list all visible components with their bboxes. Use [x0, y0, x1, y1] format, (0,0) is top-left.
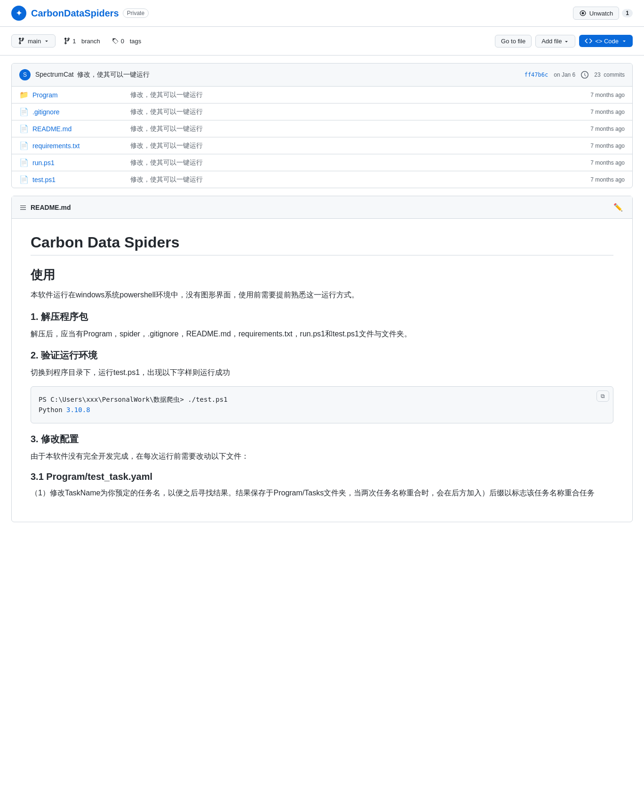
branch-count-link[interactable]: 1 branch: [59, 35, 104, 47]
commit-author-avatar: S: [19, 69, 31, 80]
branch-icon: [17, 37, 25, 45]
list-icon: [19, 204, 27, 211]
branch-label: branch: [81, 38, 100, 45]
readme-edit-button[interactable]: ✏️: [612, 201, 625, 214]
readme-filename: README.md: [31, 204, 71, 211]
file-commit-msg: 修改，使其可以一键运行: [130, 91, 587, 99]
eye-icon: [579, 9, 587, 17]
file-time: 7 months ago: [590, 159, 625, 166]
commit-meta: ff47b6c on Jan 6 23 commits: [525, 71, 625, 79]
file-row-gitignore: 📄 .gitignore 修改，使其可以一键运行 7 months ago: [12, 103, 632, 120]
file-icon: 📄: [19, 124, 29, 133]
readme-p3: 由于本软件没有完全开发完成，在每次运行前需要改动以下文件：: [31, 450, 613, 462]
repo-toolbar: main 1 branch 0 tags Go to file Add file…: [0, 27, 644, 56]
file-name-link[interactable]: Program: [32, 91, 127, 99]
file-name-link[interactable]: run.ps1: [32, 159, 127, 167]
code-line-1: PS C:\Users\xxx\PersonalWork\数据爬虫> ./tes…: [39, 394, 605, 405]
add-file-button[interactable]: Add file: [535, 35, 575, 48]
repo-name-link[interactable]: CarbonDataSpiders: [31, 8, 119, 19]
code-block: ⧉ PS C:\Users\xxx\PersonalWork\数据爬虫> ./t…: [31, 386, 613, 423]
watch-count: 1: [622, 9, 633, 17]
unwatch-button[interactable]: Unwatch: [573, 7, 620, 20]
readme-h1: Carbon Data Spiders: [31, 234, 613, 255]
readme-intro: 本软件运行在windows系统powershell环境中，没有图形界面，使用前需…: [31, 289, 613, 301]
file-commit-msg: 修改，使其可以一键运行: [130, 108, 587, 116]
file-icon: 📄: [19, 141, 29, 150]
code-python-prefix: Python: [39, 406, 66, 414]
dropdown-arrow-icon: [564, 39, 569, 44]
copy-code-button[interactable]: ⧉: [596, 390, 609, 402]
readme-p1: 解压后，应当有Program，spider，.gitignore，README.…: [31, 328, 613, 340]
file-time: 7 months ago: [590, 126, 625, 132]
file-name-link[interactable]: .gitignore: [32, 108, 127, 116]
file-row-program: 📁 Program 修改，使其可以一键运行 7 months ago: [12, 87, 632, 103]
clock-icon: [581, 71, 588, 79]
commit-message-text: 修改，使其可以一键运行: [77, 71, 150, 78]
branch-count: 1: [72, 38, 76, 45]
commit-row: S SpectrumCat 修改，使其可以一键运行 ff47b6c on Jan…: [12, 64, 632, 87]
code-chevron-icon: [621, 38, 627, 44]
commit-hash[interactable]: ff47b6c: [525, 72, 549, 78]
commit-date: on Jan 6: [554, 72, 575, 78]
commit-author: SpectrumCat: [35, 71, 74, 78]
file-row-requirements: 📄 requirements.txt 修改，使其可以一键运行 7 months …: [12, 137, 632, 154]
readme-title-row: README.md: [19, 204, 71, 211]
file-time: 7 months ago: [590, 176, 625, 183]
header-actions: Unwatch 1: [573, 7, 633, 20]
code-label: <> Code: [595, 38, 619, 45]
tag-icon: [111, 37, 119, 45]
file-tree: S SpectrumCat 修改，使其可以一键运行 ff47b6c on Jan…: [11, 63, 633, 188]
file-commit-msg: 修改，使其可以一键运行: [130, 175, 587, 184]
branch-name: main: [28, 38, 41, 45]
branch-selector[interactable]: main: [11, 34, 56, 48]
readme-h3-1: 1. 解压程序包: [31, 310, 613, 323]
file-name-link[interactable]: requirements.txt: [32, 142, 127, 150]
file-icon: 📄: [19, 107, 29, 116]
file-row-readme: 📄 README.md 修改，使其可以一键运行 7 months ago: [12, 120, 632, 137]
readme-header: README.md ✏️: [12, 196, 632, 219]
readme-h2-usage: 使用: [31, 267, 613, 283]
unwatch-label: Unwatch: [589, 10, 613, 17]
file-row-runps1: 📄 run.ps1 修改，使其可以一键运行 7 months ago: [12, 154, 632, 171]
branch-count-icon: [63, 37, 71, 45]
file-commit-msg: 修改，使其可以一键运行: [130, 125, 587, 133]
file-row-testps1: 📄 test.ps1 修改，使其可以一键运行 7 months ago: [12, 171, 632, 188]
commit-author-name: SpectrumCat 修改，使其可以一键运行: [35, 71, 150, 79]
readme-h3-4: 3.1 Program/test_task.yaml: [31, 471, 613, 482]
file-commit-msg: 修改，使其可以一键运行: [130, 142, 587, 150]
readme-p4: （1）修改TaskName为你预定的任务名，以便之后寻找结果。结果保存于Prog…: [31, 487, 613, 499]
code-button[interactable]: <> Code: [579, 35, 633, 47]
code-line-2: Python 3.10.8: [39, 405, 605, 415]
code-icon: [585, 37, 592, 45]
readme-section: README.md ✏️ Carbon Data Spiders 使用 本软件运…: [11, 196, 633, 522]
readme-p2: 切换到程序目录下，运行test.ps1，出现以下字样则运行成功: [31, 366, 613, 379]
code-python-version: 3.10.8: [66, 406, 90, 414]
file-time: 7 months ago: [590, 143, 625, 149]
file-name-link[interactable]: README.md: [32, 125, 127, 133]
chevron-down-icon: [44, 38, 49, 44]
tag-label: tags: [130, 38, 142, 45]
readme-content: Carbon Data Spiders 使用 本软件运行在windows系统po…: [12, 219, 632, 522]
file-commit-msg: 修改，使其可以一键运行: [130, 159, 587, 167]
tag-count: 0: [121, 38, 124, 45]
file-icon: 📄: [19, 175, 29, 184]
go-to-file-button[interactable]: Go to file: [495, 35, 532, 48]
folder-icon: 📁: [19, 90, 29, 99]
readme-h3-3: 3. 修改配置: [31, 433, 613, 446]
file-time: 7 months ago: [590, 109, 625, 115]
private-badge: Private: [123, 8, 149, 18]
file-name-link[interactable]: test.ps1: [32, 176, 127, 183]
file-time: 7 months ago: [590, 92, 625, 98]
repo-header: ✦ CarbonDataSpiders Private Unwatch 1: [0, 0, 644, 27]
file-icon: 📄: [19, 158, 29, 167]
tag-count-link[interactable]: 0 tags: [108, 35, 145, 47]
readme-h3-2: 2. 验证运行环境: [31, 349, 613, 362]
commits-count[interactable]: 23 commits: [594, 72, 625, 78]
repo-logo-icon: ✦: [11, 6, 26, 21]
